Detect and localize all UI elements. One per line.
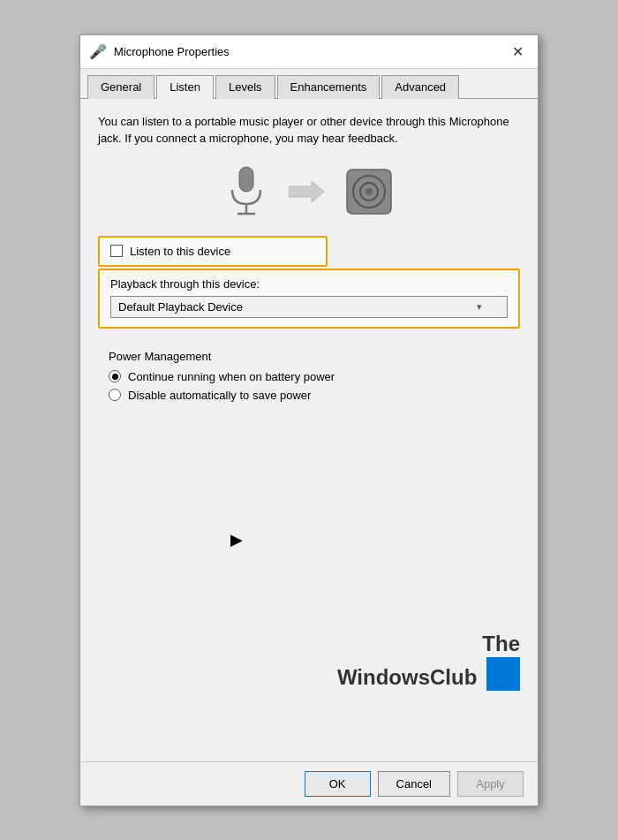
microphone-icon: 🎤 — [89, 43, 107, 60]
ok-button[interactable]: OK — [305, 771, 371, 797]
windows-club-icon — [486, 657, 520, 691]
playback-selected-value: Default Playback Device — [118, 300, 243, 314]
arrow-illustration — [289, 179, 324, 204]
tab-content: You can listen to a portable music playe… — [80, 99, 538, 761]
listen-to-device-label: Listen to this device — [130, 245, 230, 258]
playback-select[interactable]: Default Playback Device ▾ — [110, 296, 508, 318]
listen-to-device-section: Listen to this device — [98, 236, 328, 267]
speaker-illustration — [345, 168, 393, 216]
microphone-illustration — [225, 165, 268, 218]
illustration — [98, 165, 520, 218]
tab-enhancements[interactable]: Enhancements — [277, 75, 381, 99]
tab-general[interactable]: General — [87, 75, 154, 99]
radio-row-2: Disable automatically to save power — [109, 389, 509, 402]
close-button[interactable]: ✕ — [506, 40, 529, 63]
dialog-window: 🎤 Microphone Properties ✕ General Listen… — [79, 34, 539, 806]
radio-disable-label: Disable automatically to save power — [128, 389, 311, 402]
button-bar: OK Cancel Apply — [80, 761, 538, 806]
power-management-title: Power Management — [109, 350, 509, 363]
window-title: Microphone Properties — [114, 45, 230, 58]
playback-select-wrapper: Default Playback Device ▾ — [110, 296, 508, 318]
listen-to-device-checkbox[interactable] — [110, 245, 123, 257]
cursor: ▶ — [230, 530, 243, 549]
listen-checkbox-row: Listen to this device — [110, 245, 315, 258]
svg-rect-0 — [239, 167, 253, 192]
listen-description: You can listen to a portable music playe… — [98, 113, 520, 148]
dropdown-arrow-icon: ▾ — [477, 301, 482, 313]
svg-point-7 — [366, 188, 373, 195]
playback-label: Playback through this device: — [110, 277, 508, 291]
radio-disable-auto[interactable] — [109, 389, 121, 401]
watermark: The WindowsClub — [337, 632, 520, 691]
cancel-button[interactable]: Cancel — [378, 771, 450, 797]
apply-button[interactable]: Apply — [457, 771, 524, 797]
power-management-section: Power Management Continue running when o… — [98, 343, 520, 414]
radio-continue-label: Continue running when on battery power — [128, 370, 335, 383]
playback-section: Playback through this device: Default Pl… — [98, 269, 520, 329]
svg-marker-3 — [289, 181, 324, 202]
title-bar-left: 🎤 Microphone Properties — [89, 43, 230, 60]
radio-row-1: Continue running when on battery power — [109, 370, 509, 383]
tab-bar: General Listen Levels Enhancements Advan… — [80, 69, 538, 99]
radio-continue-running[interactable] — [109, 370, 121, 382]
tab-levels[interactable]: Levels — [215, 75, 275, 99]
title-bar: 🎤 Microphone Properties ✕ — [80, 35, 538, 69]
tab-listen[interactable]: Listen — [156, 75, 214, 99]
tab-advanced[interactable]: Advanced — [381, 75, 459, 99]
